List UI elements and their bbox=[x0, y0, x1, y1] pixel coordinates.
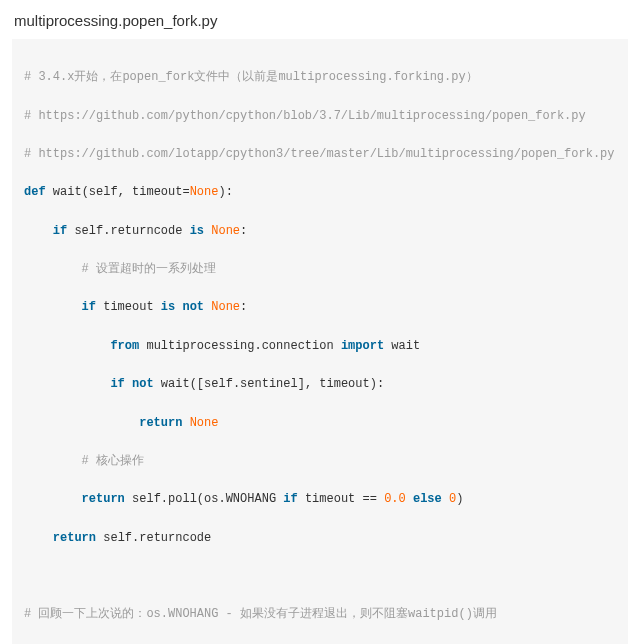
code-block: # 3.4.x开始，在popen_fork文件中（以前是multiprocess… bbox=[12, 39, 628, 644]
comment: # https://github.com/python/cpython/blob… bbox=[24, 109, 586, 123]
comment: # 3.4.x开始，在popen_fork文件中（以前是multiprocess… bbox=[24, 70, 478, 84]
keyword-def: def bbox=[24, 185, 46, 199]
page-title: multiprocessing.popen_fork.py bbox=[14, 12, 628, 29]
comment: # https://github.com/lotapp/cpython3/tre… bbox=[24, 147, 615, 161]
